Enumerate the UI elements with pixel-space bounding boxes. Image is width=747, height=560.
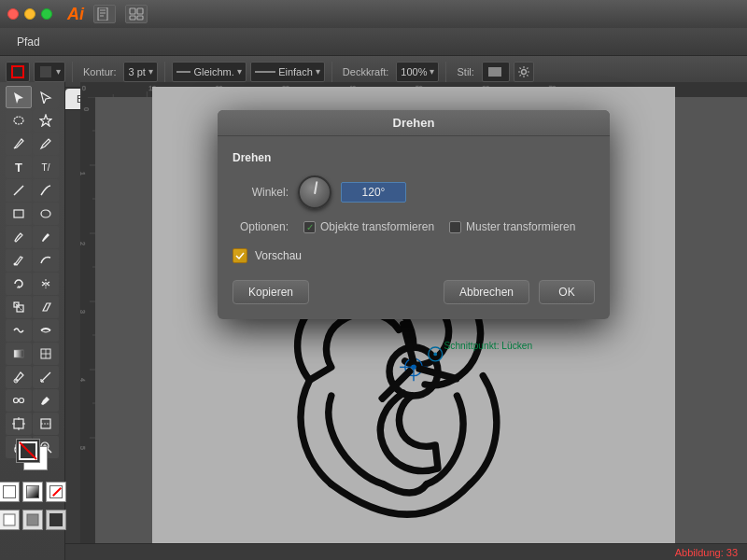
fill-icon[interactable]	[0, 482, 20, 502]
stroke-color[interactable]	[16, 439, 40, 463]
svg-rect-47	[27, 514, 38, 525]
color-squares[interactable]	[16, 439, 49, 472]
tool-arrow[interactable]	[6, 86, 32, 108]
dialog-body: Drehen Winkel: Optionen: ✓ Objekte trans…	[218, 136, 610, 319]
angle-dial[interactable]	[298, 175, 331, 209]
fill-color-box[interactable]: ▾	[34, 62, 65, 82]
svg-point-16	[41, 210, 50, 217]
tool-pen[interactable]	[6, 133, 32, 155]
tool-live-paint[interactable]	[33, 389, 59, 412]
svg-rect-22	[14, 350, 23, 357]
doc-icon[interactable]	[93, 5, 116, 23]
tool-pencil[interactable]	[6, 249, 32, 272]
tool-mesh[interactable]	[33, 343, 59, 365]
screen-mode-normal[interactable]	[0, 510, 20, 530]
settings-button[interactable]	[514, 62, 534, 82]
gradient-icon[interactable]	[22, 482, 43, 502]
tool-paintbrush[interactable]	[6, 226, 32, 248]
tool-pencil-edit[interactable]	[33, 133, 59, 155]
maximize-button[interactable]	[41, 8, 52, 20]
modal-overlay: Drehen Drehen Winkel: Optionen: ✓ Objekt…	[80, 82, 747, 543]
tool-type[interactable]: T	[6, 156, 32, 178]
option1-checkbox[interactable]: ✓	[303, 221, 316, 233]
tool-magic-wand[interactable]	[33, 109, 59, 132]
option2-checkbox-item[interactable]: Muster transformieren	[449, 220, 575, 233]
svg-line-14	[14, 186, 23, 195]
tool-warp[interactable]	[6, 319, 32, 342]
stroke-type2-box[interactable]: Einfach ▾	[250, 62, 325, 82]
stroke-color-box[interactable]	[6, 62, 30, 82]
close-button[interactable]	[7, 8, 19, 20]
angle-label: Winkel:	[233, 186, 289, 199]
tool-smooth[interactable]	[33, 249, 59, 272]
tool-shear[interactable]	[33, 296, 59, 318]
dialog: Drehen Drehen Winkel: Optionen: ✓ Objekt…	[218, 110, 610, 319]
tool-gradient[interactable]	[6, 343, 32, 365]
tool-measure[interactable]	[33, 366, 59, 388]
tool-row-9	[6, 273, 59, 295]
svg-rect-8	[12, 66, 23, 77]
color-section	[0, 439, 66, 530]
copy-button[interactable]: Kopieren	[233, 280, 309, 304]
sep3	[331, 62, 332, 82]
statusbar: Abbildung: 33	[65, 543, 747, 560]
svg-rect-0	[98, 7, 107, 21]
dialog-title: Drehen	[393, 116, 435, 130]
tool-artboard[interactable]	[6, 413, 32, 435]
stroke-value-box[interactable]: 3 pt ▾	[123, 62, 157, 82]
stroke-type1-box[interactable]: Gleichm. ▾	[172, 62, 247, 82]
figure-label: Abbildung: 33	[675, 547, 738, 558]
tool-row-12	[6, 343, 59, 365]
tool-width[interactable]	[33, 319, 59, 342]
screen-mode-preview[interactable]	[22, 510, 43, 530]
opacity-value-box[interactable]: 100% ▾	[396, 62, 439, 82]
tool-eyedropper[interactable]	[6, 366, 32, 388]
svg-rect-48	[49, 513, 63, 526]
opacity-label: Deckkraft:	[339, 66, 393, 77]
no-fill-icon[interactable]	[46, 482, 66, 502]
preview-checkbox[interactable]	[233, 248, 247, 263]
tool-row-15	[6, 413, 59, 435]
app-icon: Ai	[67, 5, 84, 24]
svg-rect-10	[488, 67, 501, 77]
tool-row-11	[6, 319, 59, 342]
screen-mode-full[interactable]	[46, 510, 66, 530]
kontur-label: Kontur:	[79, 66, 120, 77]
tool-direct-select[interactable]	[33, 86, 59, 108]
tool-blob-brush[interactable]	[33, 226, 59, 248]
svg-point-12	[14, 117, 23, 124]
dialog-section: Drehen	[233, 151, 595, 164]
style-box[interactable]	[482, 62, 510, 82]
toolbox: T T/	[0, 82, 65, 560]
tool-row-4: T T/	[6, 156, 59, 178]
arrange-icon[interactable]	[125, 5, 148, 23]
tool-row-14	[6, 389, 59, 412]
tool-arc[interactable]	[33, 179, 59, 202]
sep2	[164, 62, 165, 82]
tool-line[interactable]	[6, 179, 32, 202]
tool-rotate[interactable]	[6, 273, 32, 295]
tool-lasso[interactable]	[6, 109, 32, 132]
svg-line-45	[20, 442, 36, 459]
tool-reflect[interactable]	[33, 273, 59, 295]
cancel-button[interactable]: Abbrechen	[444, 280, 529, 304]
tool-slice[interactable]	[33, 413, 59, 435]
menu-pfad[interactable]: Pfad	[7, 32, 49, 52]
svg-rect-7	[137, 16, 143, 20]
option2-checkbox[interactable]	[449, 221, 461, 233]
tool-blend[interactable]	[6, 389, 32, 412]
svg-point-30	[14, 399, 19, 403]
style-label: Stil:	[453, 66, 477, 77]
tool-type-path[interactable]: T/	[33, 156, 59, 178]
tool-scale[interactable]	[6, 296, 32, 318]
tool-rect[interactable]	[6, 203, 32, 225]
angle-row: Winkel:	[233, 175, 595, 209]
svg-rect-9	[40, 66, 51, 77]
tool-ellipse[interactable]	[33, 203, 59, 225]
ok-button[interactable]: OK	[539, 280, 595, 304]
angle-input[interactable]	[341, 182, 406, 203]
svg-point-31	[20, 399, 24, 403]
option1-checkbox-item[interactable]: ✓ Objekte transformieren	[303, 220, 434, 233]
tool-row-6	[6, 203, 59, 225]
minimize-button[interactable]	[24, 8, 35, 20]
